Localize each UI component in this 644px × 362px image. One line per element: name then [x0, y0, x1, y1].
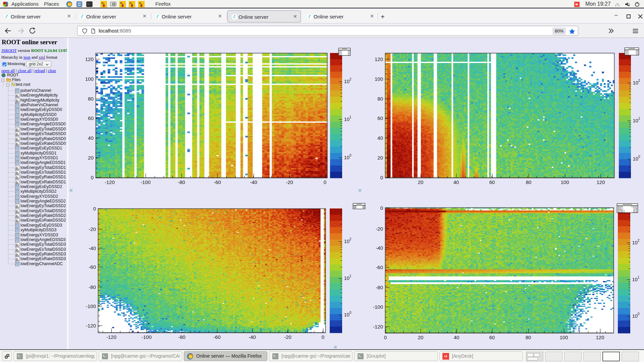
svg-text:M: M — [129, 2, 132, 4]
svg-text:>_: >_ — [87, 3, 90, 5]
svg-text:?: ? — [616, 3, 618, 6]
svg-text:M: M — [139, 2, 141, 4]
svg-text:M: M — [120, 2, 122, 4]
svg-text:M: M — [101, 2, 104, 4]
